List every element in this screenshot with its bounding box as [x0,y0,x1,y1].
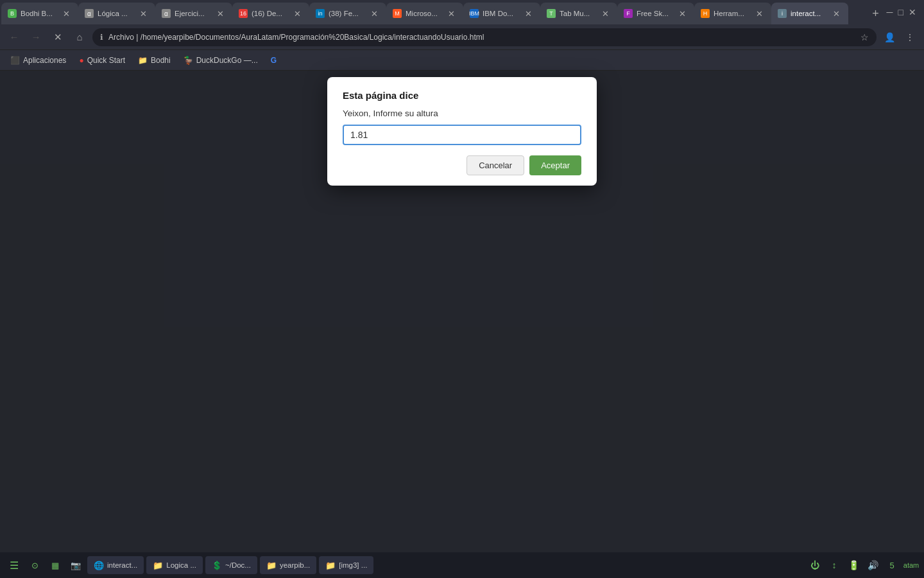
content-area: Esta página dice Yeixon, Informe su altu… [0,71,924,552]
tab-16[interactable]: 16(16) De...✕ [232,3,309,24]
bookmark-g[interactable]: G [266,54,282,67]
tab-38fe[interactable]: in(38) Fe...✕ [309,3,386,24]
dialog-title: Esta página dice [343,90,581,101]
taskbar-item-yearpibe-task[interactable]: 📁yearpib... [260,556,316,574]
tray-latam-icon[interactable]: atam [903,557,919,573]
bookmark-apps[interactable]: ⬛ Aplicaciones [5,54,71,67]
taskbar-screenshot-icon[interactable]: 📷 [67,556,85,574]
bookmark-bodhi-label: Bodhi [151,56,171,65]
taskbar-item-logica-task[interactable]: 📁Logica ... [146,556,203,574]
ddg-icon: 🦆 [184,56,193,65]
tab-favicon-38fe: in [316,9,325,18]
bookmark-star-icon[interactable]: ☆ [860,32,869,42]
tab-title-free: Free Sk... [637,10,673,17]
tab-title-tab: Tab Mu... [560,10,596,17]
bookmark-quickstart[interactable]: ● Quick Start [74,54,130,67]
tab-title-herr: Herram... [714,10,750,17]
tab-close-ibm[interactable]: ✕ [523,8,534,19]
dialog: Esta página dice Yeixon, Informe su altu… [327,77,597,186]
minimize-button[interactable]: ─ [887,7,893,17]
url-bar[interactable]: ℹ Archivo | /home/yearpibe/Documentos/Au… [92,28,877,46]
dialog-backdrop: Esta página dice Yeixon, Informe su altu… [0,71,924,552]
tab-favicon-free: F [624,9,633,18]
tray-power-icon[interactable]: ⏻ [807,557,823,573]
tab-herr[interactable]: HHerram...✕ [694,3,771,24]
bookmark-bodhi[interactable]: 📁 Bodhi [133,54,176,67]
taskbar-power-icon[interactable]: ⊙ [26,556,44,574]
back-button[interactable]: ← [5,28,23,46]
tab-bar: BBodhi B...✕αLógica ...✕αEjercici...✕16(… [0,0,924,24]
taskbar-label-yearpibe-task: yearpib... [280,561,310,569]
taskbar-label-interact-task: interact... [107,561,137,569]
taskbar-label-logica-task: Logica ... [166,561,196,569]
dialog-input[interactable] [343,125,581,145]
bookmark-apps-label: Aplicaciones [23,56,66,65]
taskbar-item-doc-task[interactable]: 💲~/Doc... [205,556,257,574]
taskbar-menu-icon[interactable]: ☰ [5,556,23,574]
tab-close-38fe[interactable]: ✕ [369,8,380,19]
accept-button[interactable]: Aceptar [529,155,581,175]
tab-ibm[interactable]: IBMIBM Do...✕ [463,3,540,24]
taskbar-icon-interact-task: 🌐 [94,560,104,570]
tab-close-ejercic[interactable]: ✕ [215,8,226,19]
cancel-button[interactable]: Cancelar [466,155,524,175]
apps-icon: ⬛ [10,56,20,65]
tab-favicon-logica: α [85,9,94,18]
bookmark-quickstart-label: Quick Start [87,56,125,65]
tab-close-tab[interactable]: ✕ [600,8,611,19]
security-icon: ℹ [100,33,103,42]
taskbar-item-interact-task[interactable]: 🌐interact... [87,556,144,574]
close-button[interactable]: ✕ [909,7,916,17]
taskbar-label-doc-task: ~/Doc... [225,561,251,569]
tab-favicon-tab: T [547,9,556,18]
tab-title-interact: interact... [791,10,827,17]
g-icon: G [271,56,277,65]
taskbar-label-img3-task: [img3] ... [339,561,367,569]
forward-button[interactable]: → [27,28,45,46]
taskbar-icon-logica-task: 📁 [153,560,163,570]
quickstart-icon: ● [79,56,83,65]
tab-favicon-herr: H [701,9,710,18]
tab-close-interact[interactable]: ✕ [831,8,842,19]
dialog-message: Yeixon, Informe su altura [343,109,581,118]
taskbar-terminal-icon[interactable]: ▦ [46,556,64,574]
tab-title-logica: Lógica ... [98,10,134,17]
tab-close-logica[interactable]: ✕ [138,8,149,19]
tab-title-ms: Microso... [406,10,442,17]
tab-interact[interactable]: iinteract...✕ [771,3,848,24]
tray-volume-icon[interactable]: 🔊 [865,557,880,573]
tab-logica[interactable]: αLógica ...✕ [78,3,155,24]
tab-favicon-ibm: IBM [470,9,479,18]
tab-ms[interactable]: MMicroso...✕ [386,3,463,24]
taskbar-icon-doc-task: 💲 [212,560,222,570]
tab-title-bodhi: Bodhi B... [21,10,57,17]
url-text: Archivo | /home/yearpibe/Documentos/Aura… [108,33,855,42]
taskbar-icon-yearpibe-task: 📁 [266,560,277,570]
address-bar: ← → ✕ ⌂ ℹ Archivo | /home/yearpibe/Docum… [0,24,924,50]
tab-close-ms[interactable]: ✕ [446,8,457,19]
tab-close-bodhi[interactable]: ✕ [61,8,72,19]
folder-icon: 📁 [138,56,148,65]
tray-battery-icon[interactable]: 🔋 [846,557,861,573]
taskbar: ☰ ⊙ ▦ 📷 🌐interact...📁Logica ...💲~/Doc...… [0,552,924,578]
tab-close-free[interactable]: ✕ [677,8,688,19]
maximize-button[interactable]: □ [898,7,903,17]
tab-free[interactable]: FFree Sk...✕ [617,3,694,24]
taskbar-item-img3-task[interactable]: 📁[img3] ... [319,556,373,574]
tab-favicon-interact: i [778,9,787,18]
bookmark-ddg[interactable]: 🦆 DuckDuckGo —... [178,54,263,67]
tab-favicon-16: 16 [239,9,248,18]
new-tab-button[interactable]: + [865,3,887,24]
tab-tab[interactable]: TTab Mu...✕ [540,3,617,24]
profile-button[interactable]: 👤 [880,28,898,46]
reload-button[interactable]: ✕ [49,28,67,46]
menu-button[interactable]: ⋮ [901,28,919,46]
bookmarks-bar: ⬛ Aplicaciones ● Quick Start 📁 Bodhi 🦆 D… [0,50,924,71]
tab-close-herr[interactable]: ✕ [754,8,765,19]
home-button[interactable]: ⌂ [71,28,89,46]
dialog-buttons: Cancelar Aceptar [343,155,581,175]
tab-close-16[interactable]: ✕ [292,8,303,19]
tab-bodhi[interactable]: BBodhi B...✕ [1,3,78,24]
tab-ejercic[interactable]: αEjercici...✕ [155,3,232,24]
tray-network-icon[interactable]: ↕ [826,557,842,573]
